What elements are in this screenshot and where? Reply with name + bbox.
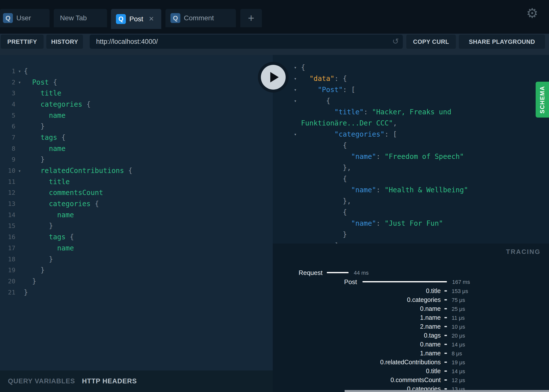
tracing-tick-bar [444,353,447,354]
editor-line[interactable]: 18 } [0,254,273,265]
code-token: : [ [343,86,356,94]
editor-line[interactable]: 7 tags { [0,132,273,143]
editor-line[interactable]: 11 title [0,176,273,187]
editor-line[interactable]: 2▾ Post { [0,77,273,88]
close-tab-icon[interactable]: ✕ [149,15,154,23]
tracing-row-label: 0.relatedContributions [380,359,441,366]
plus-icon: + [248,12,254,24]
tracing-tick-bar [444,308,447,309]
query-editor-pane[interactable]: 1▾{2▾ Post {3 title4 categories {5 name6… [0,55,273,392]
response-line: ▾{ [273,62,549,73]
schema-tab[interactable]: SCHEMA [536,82,549,118]
editor-line[interactable]: 13 categories { [0,198,273,209]
response-line: ▾ "categories": [ [273,129,549,140]
line-number: 20 [0,278,15,285]
endpoint-url-input[interactable] [90,35,403,49]
collapse-arrow-icon[interactable]: ▾ [292,98,299,103]
editor-line[interactable]: 15 } [0,220,273,232]
editor-line[interactable]: 20 } [0,276,273,287]
execute-button-circle [261,65,286,90]
tracing-row-label: 0.commentsCount [390,376,441,384]
prettify-button[interactable]: PRETTIFY [1,35,44,49]
history-button[interactable]: HISTORY [46,35,83,49]
code-token: : [ [384,130,397,138]
copy-curl-button[interactable]: COPY CURL [406,35,456,49]
fold-arrow-icon[interactable]: ▾ [15,68,24,74]
tracing-horizontal-scrollbar[interactable] [345,390,549,392]
code-token: name [24,145,66,153]
editor-line[interactable]: 12 commentsCount [0,187,273,198]
response-line: "name": "Freedom of Speech" [273,151,549,162]
tracing-tick-bar [444,388,447,390]
line-number: 9 [0,156,15,163]
code-token: { [61,133,66,142]
collapse-arrow-icon[interactable]: ▾ [292,65,299,70]
tab-comment[interactable]: QComment [165,9,236,27]
code-token: { [301,175,347,183]
new-tab-button[interactable]: + [240,9,262,27]
toolbar: PRETTIFY HISTORY ↺ COPY CURL SHARE PLAYG… [0,34,549,55]
line-number: 6 [0,123,15,130]
code-token: { [128,167,132,175]
tracing-tick-bar [444,326,447,327]
code-token: } [301,230,347,239]
editor-line[interactable]: 4 categories { [0,99,273,110]
code-token: { [70,233,74,241]
refresh-icon[interactable]: ↺ [392,37,399,46]
collapse-arrow-icon[interactable]: ▾ [292,87,299,92]
editor-line[interactable]: 1▾{ [0,66,273,77]
editor-line[interactable]: 14 name [0,209,273,220]
tracing-row-label: 0.title [426,368,441,375]
response-line: "title": "Hacker, Freaks und [273,106,549,118]
schema-tab-label: SCHEMA [539,86,546,114]
tracing-tick-bar [444,362,447,363]
query-badge-icon: Q [116,14,126,24]
response-line: Funktionäre...Der CCC", [273,118,549,129]
line-number: 11 [0,178,15,185]
collapse-arrow-icon[interactable]: ▾ [292,132,299,137]
http-headers-tab[interactable]: HTTP HEADERS [82,377,137,385]
code-token: "name" [301,186,376,194]
tab-new-tab[interactable]: New Tab [54,9,107,27]
line-number: 14 [0,211,15,219]
editor-line[interactable]: 17 name [0,243,273,254]
code-token: : { [334,74,347,83]
query-variables-tab[interactable]: QUERY VARIABLES [8,377,75,385]
editor-line[interactable]: 21} [0,287,273,298]
response-line: }, [273,196,549,207]
code-token: relatedContributions [24,167,128,175]
code-token: "title" [301,108,364,116]
tracing-row-duration: 19 μs [452,359,465,366]
execute-query-button[interactable] [258,62,289,93]
editor-line[interactable]: 3 title [0,88,273,99]
editor-line[interactable]: 16 tags { [0,231,273,243]
fold-arrow-icon[interactable]: ▾ [15,168,24,173]
editor-line[interactable]: 5 name [0,110,273,121]
tab-label: User [16,14,31,22]
code-token: title [24,178,70,186]
tracing-title: TRACING [506,248,541,256]
collapse-arrow-icon[interactable]: ▾ [292,76,299,81]
tab-post[interactable]: QPost✕ [111,9,161,29]
settings-gear-icon[interactable]: ⚙ [526,6,538,20]
editor-line[interactable]: 6 } [0,121,273,132]
tracing-duration-bar [362,281,447,282]
response-line: ▾ "data": { [273,73,549,84]
editor-line[interactable]: 8 name [0,143,273,154]
tracing-tick-bar [444,299,447,300]
code-token: } [24,288,28,296]
line-number: 7 [0,134,15,141]
response-line: "name": "Health & Wellbeing" [273,184,549,196]
tracing-tick-bar [444,335,447,336]
editor-line[interactable]: 10▾ relatedContributions { [0,165,273,176]
tracing-row-label: 1.name [420,314,441,321]
fold-arrow-icon[interactable]: ▾ [15,79,24,85]
share-playground-button[interactable]: SHARE PLAYGROUND [459,35,545,49]
code-token: Funktionäre...Der CCC" [301,119,393,127]
query-editor-lines: 1▾{2▾ Post {3 title4 categories {5 name6… [0,66,273,298]
tab-user[interactable]: QUser [0,9,50,27]
editor-line[interactable]: 19 } [0,265,273,276]
response-line: } [273,229,549,240]
response-line: "name": "Just For Fun" [273,218,549,229]
editor-line[interactable]: 9 } [0,154,273,165]
